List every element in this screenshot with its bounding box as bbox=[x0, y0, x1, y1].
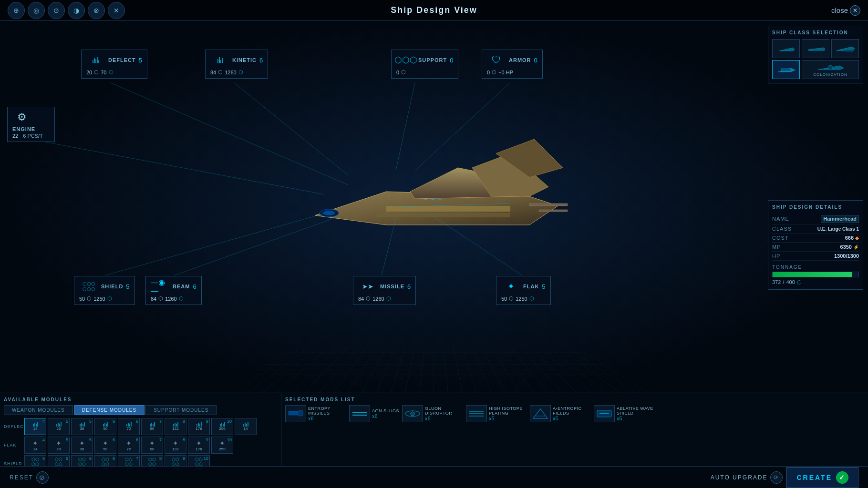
deflect-mod-3[interactable]: 5 36 bbox=[71, 418, 93, 435]
tonnage-max: 400 bbox=[786, 279, 795, 285]
high-isotope-icon[interactable] bbox=[466, 405, 487, 422]
ship-class-item-3[interactable] bbox=[831, 39, 859, 58]
nav-icon-1[interactable]: ⊕ bbox=[8, 2, 25, 19]
support-val1: 0 bbox=[396, 70, 399, 75]
missile-val1: 84 bbox=[358, 296, 364, 302]
deflect-mod-8[interactable]: 9 176 bbox=[188, 418, 210, 435]
shield-label: SHIELD bbox=[101, 284, 123, 289]
class-row: CLASS U.E. Large Class 1 bbox=[772, 224, 859, 234]
tonnage-current: 372 bbox=[772, 279, 781, 285]
svg-point-37 bbox=[411, 412, 414, 416]
tab-support-modules[interactable]: SUPPORT MODULES bbox=[145, 405, 217, 415]
reset-button[interactable]: RESET ⊘ bbox=[10, 471, 49, 484]
armor-label: ARMOR bbox=[509, 57, 531, 63]
auto-upgrade-icon: ⟳ bbox=[770, 471, 783, 484]
close-button[interactable]: close ✕ bbox=[831, 5, 860, 16]
ship-class-item-2[interactable] bbox=[802, 39, 829, 58]
page-title: Ship Design View bbox=[391, 5, 477, 15]
missile-label: MISSILE bbox=[380, 284, 404, 289]
mod-entropy-missiles: ENTROPY MISSILES x6 bbox=[285, 405, 346, 422]
ship-class-item-1[interactable] bbox=[772, 39, 800, 58]
close-icon[interactable]: ✕ bbox=[850, 5, 860, 16]
deflect-mod-2[interactable]: 5 23 bbox=[48, 418, 70, 435]
shield-icon: ⬡⬡⬡⬡⬡⬡ bbox=[79, 279, 98, 294]
nav-icon-3[interactable]: ⊙ bbox=[48, 2, 65, 19]
stat-box-deflect: DEFLECT 5 20 ⬡ 70 ⬡ bbox=[81, 50, 147, 79]
create-button[interactable]: CREATE ✓ bbox=[786, 467, 858, 488]
name-key: NAME bbox=[772, 216, 789, 222]
deflect-mod-7[interactable]: 8 132 bbox=[165, 418, 186, 435]
ablative-wave-label: ABLATIVE WAVE SHIELD bbox=[617, 406, 655, 416]
entropy-missiles-icon[interactable] bbox=[285, 405, 306, 422]
ablative-wave-count: x5 bbox=[617, 416, 655, 421]
ship-name-value[interactable]: Hammerhead bbox=[821, 215, 859, 223]
deflect-module-row: DEFLECT 4 14 5 23 5 36 bbox=[4, 418, 277, 435]
gluon-disruptor-label: GLUON DISRUPTOR bbox=[425, 406, 463, 416]
flak-mod-4[interactable]: ✦ 6 50 bbox=[94, 437, 116, 454]
deflect-mod-1[interactable]: 4 14 bbox=[24, 418, 46, 435]
nav-icon-6[interactable]: ✕ bbox=[108, 2, 125, 19]
flak-mod-2[interactable]: ✦ 5 23 bbox=[48, 437, 70, 454]
deflect-val1: 20 bbox=[86, 70, 92, 75]
hp-key: HP bbox=[772, 253, 780, 259]
flak-mod-6[interactable]: ✦ 7 90 bbox=[141, 437, 163, 454]
deflect-mod-9[interactable]: 10 250 bbox=[211, 418, 233, 435]
a-entropic-icon[interactable] bbox=[530, 405, 551, 422]
armor-count: 0 bbox=[534, 57, 537, 64]
tab-defense-modules[interactable]: DEFENSE MODULES bbox=[74, 405, 145, 415]
nav-icon-4[interactable]: ◑ bbox=[68, 2, 85, 19]
agn-slugs-icon[interactable] bbox=[349, 405, 370, 422]
stat-box-armor: 🛡 ARMOR 0 0 ⬡ +0 HP bbox=[482, 50, 543, 79]
flak-mod-8[interactable]: ✦ 9 176 bbox=[188, 437, 210, 454]
svg-line-4 bbox=[45, 142, 324, 194]
top-bar: ⊕ ◎ ⊙ ◑ ⊗ ✕ Ship Design View close ✕ bbox=[0, 0, 868, 21]
class-key: CLASS bbox=[772, 226, 792, 232]
ship-class-item-4[interactable] bbox=[772, 60, 800, 79]
stat-box-missile: ➤➤ MISSILE 6 84 ⬡ 1260 ⬡ bbox=[353, 276, 416, 305]
svg-rect-14 bbox=[377, 213, 510, 217]
mod-a-entropic-fields: A-ENTROPIC FIELDS x5 bbox=[530, 405, 591, 422]
grid-floor bbox=[219, 348, 649, 393]
tab-weapon-modules[interactable]: WEAPON MODULES bbox=[4, 405, 73, 415]
gluon-disruptor-icon[interactable] bbox=[402, 405, 423, 422]
flak-mod-1[interactable]: ✦ 4 14 bbox=[24, 437, 46, 454]
stat-box-beam: —◉— BEAM 6 84 ⬡ 1260 ⬡ bbox=[145, 276, 202, 305]
armor-icon: 🛡 bbox=[487, 53, 506, 67]
ablative-wave-icon[interactable] bbox=[594, 405, 615, 422]
deflect-count: 5 bbox=[139, 57, 142, 64]
flak-mod-9[interactable]: ✦ 10 250 bbox=[211, 437, 233, 454]
flak-mod-3[interactable]: ✦ 5 36 bbox=[71, 437, 93, 454]
flak-count: 5 bbox=[542, 283, 545, 290]
flak-mod-7[interactable]: ✦ 8 132 bbox=[165, 437, 186, 454]
flak-mod-5[interactable]: ✦ 6 72 bbox=[118, 437, 140, 454]
reset-label: RESET bbox=[10, 474, 33, 481]
auto-upgrade-button[interactable]: AUTO UPGRADE ⟳ bbox=[711, 471, 783, 484]
nav-icon-5[interactable]: ⊗ bbox=[88, 2, 105, 19]
flak-label: FLAK bbox=[523, 284, 539, 289]
deflect-mod-10[interactable]: 14 bbox=[235, 418, 257, 435]
nav-icons: ⊕ ◎ ⊙ ◑ ⊗ ✕ bbox=[8, 2, 125, 19]
beam-val2: 1260 bbox=[165, 296, 176, 302]
kinetic-icon bbox=[210, 53, 229, 67]
create-label: CREATE bbox=[796, 474, 832, 481]
deflect-mod-6[interactable]: 7 90 bbox=[141, 418, 163, 435]
engine-icon: ⚙ bbox=[12, 110, 31, 124]
shield-val1: 50 bbox=[79, 296, 85, 302]
mp-key: MP bbox=[772, 244, 781, 250]
deflect-mod-4[interactable]: 6 50 bbox=[94, 418, 116, 435]
svg-marker-24 bbox=[779, 48, 795, 51]
tonnage-values: 372 / 400 ⬡ bbox=[772, 279, 859, 285]
svg-rect-19 bbox=[424, 199, 427, 200]
ship-class-item-colonization[interactable]: COLONIZATION bbox=[802, 60, 859, 79]
ship-class-panel: SHIP CLASS SELECTION COLONIZATION bbox=[768, 26, 863, 83]
kinetic-count: 6 bbox=[259, 57, 263, 64]
module-tabs: WEAPON MODULES DEFENSE MODULES SUPPORT M… bbox=[4, 405, 277, 415]
right-actions: AUTO UPGRADE ⟳ CREATE ✓ bbox=[711, 467, 858, 488]
armor-val1: 0 bbox=[487, 70, 490, 75]
deflect-mod-5[interactable]: 6 72 bbox=[118, 418, 140, 435]
entropy-missiles-label: ENTROPY MISSILES bbox=[308, 406, 346, 416]
colonization-label: COLONIZATION bbox=[813, 72, 847, 77]
nav-icon-2[interactable]: ◎ bbox=[28, 2, 45, 19]
svg-marker-25 bbox=[808, 48, 825, 51]
engine-val2: 6 PCS/T bbox=[23, 133, 43, 139]
